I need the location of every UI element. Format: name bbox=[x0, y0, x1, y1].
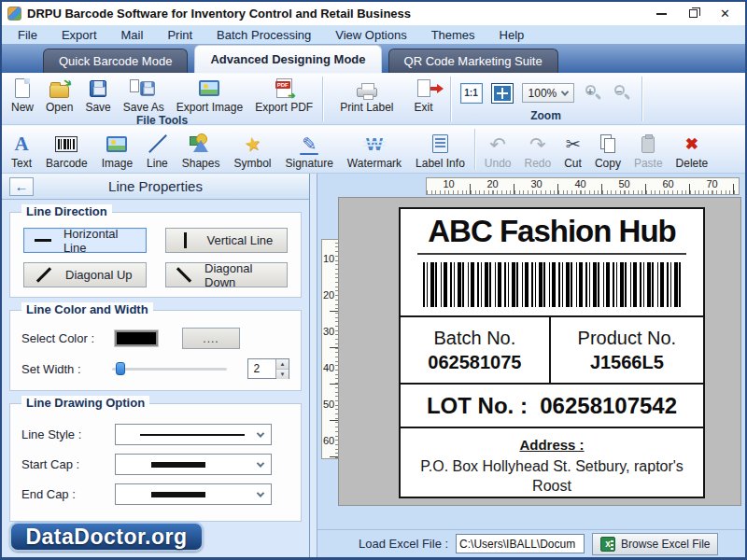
datadoctor-logo[interactable]: DataDoctor.org bbox=[9, 522, 204, 552]
paste-button[interactable]: Paste bbox=[634, 133, 663, 170]
width-stepper[interactable]: 2 ▲▼ bbox=[247, 358, 289, 379]
title-underline bbox=[417, 253, 686, 255]
tab-advanced-designing-mode[interactable]: Advanced Designing Mode bbox=[194, 45, 381, 73]
app-icon bbox=[7, 7, 21, 21]
browse-excel-button[interactable]: x Browse Excel File bbox=[592, 533, 718, 555]
barcode-image[interactable] bbox=[423, 262, 681, 307]
load-excel-label: Load Excel File : bbox=[359, 537, 448, 551]
redo-button[interactable]: ↷ Redo bbox=[525, 133, 552, 170]
new-button[interactable]: New bbox=[11, 77, 34, 114]
save-as-button[interactable]: Save As bbox=[123, 77, 164, 114]
label-info-button[interactable]: Label Info bbox=[416, 133, 465, 170]
vertical-line-button[interactable]: Vertical Line bbox=[165, 228, 289, 253]
batch-cell: Batch No. 062581075 bbox=[401, 317, 549, 383]
close-button[interactable]: ✕ bbox=[720, 7, 730, 20]
watermark-tool-button[interactable]: W Watermark bbox=[347, 133, 402, 170]
select-color-label: Select Color : bbox=[21, 331, 115, 345]
export-pdf-button[interactable]: Export PDF bbox=[255, 77, 313, 114]
width-value: 2 bbox=[248, 359, 275, 378]
menu-print[interactable]: Print bbox=[155, 28, 204, 42]
menu-mail[interactable]: Mail bbox=[109, 28, 156, 42]
chevron-down-icon bbox=[257, 489, 264, 497]
stepper-up-icon[interactable]: ▲ bbox=[276, 359, 289, 369]
line-style-select[interactable] bbox=[115, 424, 272, 445]
menu-batch-processing[interactable]: Batch Processing bbox=[204, 28, 323, 42]
horizontal-line-button[interactable]: Horizontal Line bbox=[23, 228, 147, 253]
panel-splitter[interactable] bbox=[310, 174, 317, 557]
signature-tool-button[interactable]: ✎ Signature bbox=[285, 133, 332, 170]
stepper-down-icon[interactable]: ▼ bbox=[276, 369, 289, 379]
address-header: Address : bbox=[401, 437, 703, 453]
export-image-button[interactable]: Export Image bbox=[176, 77, 243, 114]
delete-button[interactable]: ✖ Delete bbox=[676, 133, 709, 170]
label-preview[interactable]: ABC Fashion Hub Batch No. 062581075 Prod… bbox=[399, 207, 705, 498]
line-icon bbox=[147, 133, 167, 156]
back-arrow-icon: ← bbox=[15, 179, 29, 193]
menu-themes[interactable]: Themes bbox=[419, 28, 487, 42]
color-picker-button[interactable]: .... bbox=[182, 328, 240, 349]
line-tool-button[interactable]: Line bbox=[147, 133, 168, 170]
zoom-in-button[interactable]: + bbox=[583, 83, 603, 104]
save-button[interactable]: Save bbox=[85, 77, 110, 114]
signature-pen-icon: ✎ bbox=[302, 133, 317, 156]
copy-button[interactable]: Copy bbox=[595, 133, 621, 170]
app-window: DRPU Barcode Software for Inventory Cont… bbox=[0, 0, 747, 560]
vertical-line-icon bbox=[174, 232, 198, 248]
symbol-tool-button[interactable]: ★ Symbol bbox=[233, 133, 271, 170]
design-canvas[interactable]: ABC Fashion Hub Batch No. 062581075 Prod… bbox=[338, 197, 741, 506]
vertical-ruler: 102030405060 bbox=[321, 239, 340, 459]
cut-button[interactable]: ✂ Cut bbox=[564, 133, 582, 170]
menu-help[interactable]: Help bbox=[487, 28, 537, 42]
tab-qr-code-marketing-suite[interactable]: QR Code Marketing Suite bbox=[388, 49, 558, 73]
copy-icon bbox=[599, 133, 617, 156]
slider-thumb[interactable] bbox=[116, 362, 125, 375]
shapes-tool-button[interactable]: Shapes bbox=[182, 133, 220, 170]
menu-export[interactable]: Export bbox=[49, 28, 109, 42]
exit-icon bbox=[417, 77, 430, 100]
zoom-level-select[interactable]: 100% bbox=[522, 83, 574, 103]
width-slider[interactable] bbox=[112, 362, 228, 375]
undo-button[interactable]: ↶ Undo bbox=[485, 133, 512, 170]
start-cap-select[interactable] bbox=[115, 454, 272, 475]
color-swatch[interactable] bbox=[115, 330, 158, 346]
tab-quick-barcode-mode[interactable]: Quick Barcode Mode bbox=[43, 49, 188, 73]
diagonal-down-icon bbox=[174, 273, 196, 276]
window-title: DRPU Barcode Software for Inventory Cont… bbox=[27, 7, 651, 21]
shapes-icon bbox=[189, 133, 213, 156]
back-button[interactable]: ← bbox=[9, 177, 34, 196]
start-cap-sample bbox=[123, 462, 258, 468]
zoom-out-button[interactable]: − bbox=[612, 83, 632, 104]
horizontal-ruler: 10203040506070 bbox=[426, 177, 740, 195]
print-label-button[interactable]: Print Label bbox=[340, 77, 393, 114]
zoom-in-icon: + bbox=[585, 85, 596, 95]
line-style-sample bbox=[123, 434, 258, 436]
export-pdf-icon bbox=[276, 77, 292, 100]
barcode-tool-button[interactable]: Barcode bbox=[46, 133, 88, 170]
diagonal-down-button[interactable]: Diagonal Down bbox=[165, 262, 289, 287]
lot-number: LOT No. : 06258107542 bbox=[401, 385, 703, 427]
exit-button[interactable]: Exit bbox=[415, 77, 433, 114]
barcode-icon bbox=[55, 133, 78, 156]
end-cap-select[interactable] bbox=[115, 483, 272, 505]
image-tool-button[interactable]: Image bbox=[102, 133, 133, 170]
maximize-button[interactable] bbox=[689, 9, 698, 18]
export-image-icon bbox=[199, 77, 219, 100]
label-title: ABC Fashion Hub bbox=[401, 209, 703, 249]
chevron-down-icon bbox=[561, 88, 569, 95]
menu-view-options[interactable]: View Options bbox=[323, 28, 418, 42]
chevron-down-icon bbox=[257, 459, 264, 467]
zoom-fit-button[interactable] bbox=[491, 83, 514, 104]
text-tool-button[interactable]: A Text bbox=[11, 133, 32, 170]
diagonal-up-button[interactable]: Diagonal Up bbox=[23, 262, 147, 287]
excel-path-input[interactable] bbox=[456, 534, 585, 553]
line-style-label: Line Style : bbox=[21, 427, 115, 441]
print-group-caption bbox=[323, 114, 449, 124]
open-button[interactable]: Open bbox=[46, 77, 73, 114]
zoom-one-to-one-button[interactable]: 1:1 bbox=[460, 83, 483, 104]
scissors-icon: ✂ bbox=[566, 133, 581, 156]
line-properties-panel: ← Line Properties Line Direction Horizon… bbox=[2, 174, 310, 557]
menu-file[interactable]: File bbox=[6, 28, 49, 42]
symbol-star-icon: ★ bbox=[245, 133, 261, 156]
zoom-caption: Zoom bbox=[451, 109, 641, 124]
minimize-button[interactable] bbox=[656, 13, 667, 15]
